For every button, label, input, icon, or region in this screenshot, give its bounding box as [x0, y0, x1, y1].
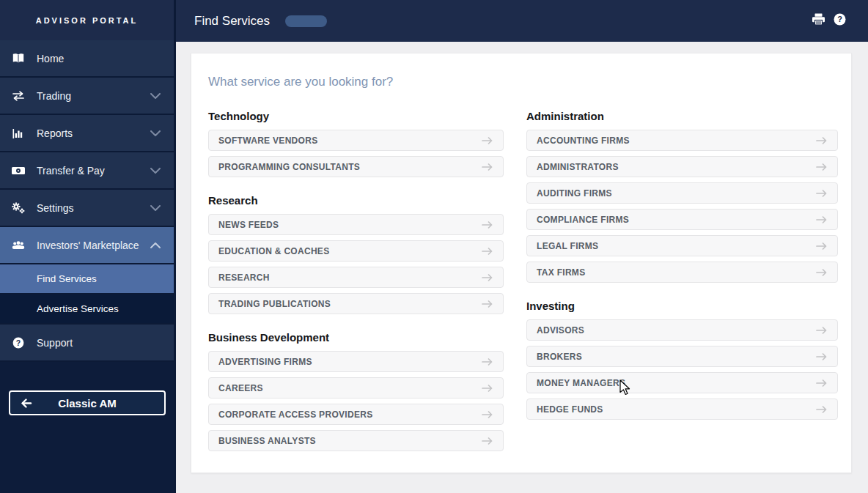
- service-button-label: ADVERTISING FIRMS: [218, 357, 482, 367]
- topbar: Find Services ?: [176, 0, 868, 42]
- service-button-label: ADVISORS: [537, 325, 816, 336]
- printer-icon[interactable]: [812, 13, 825, 29]
- classic-am-label: Classic AM: [58, 397, 116, 409]
- sidebar-item-label: Home: [37, 53, 174, 64]
- service-button[interactable]: CAREERS: [208, 377, 504, 399]
- service-section: InvestingADVISORSBROKERSMONEY MANAGERSHE…: [526, 299, 838, 420]
- arrow-right-icon: [482, 137, 493, 144]
- service-button-label: SOFTWARE VENDORS: [218, 136, 482, 146]
- service-button[interactable]: NEWS FEEDS: [208, 214, 504, 235]
- service-button-label: CORPORATE ACCESS PROVIDERS: [218, 409, 482, 420]
- service-button[interactable]: BUSINESS ANALYSTS: [208, 430, 504, 451]
- chevron-up-icon: [150, 242, 161, 248]
- service-button[interactable]: MONEY MANAGERS: [526, 372, 838, 393]
- chevron-down-icon: [150, 168, 161, 174]
- arrow-right-icon: [816, 353, 828, 360]
- sidebar-item-support[interactable]: ? Support: [0, 325, 174, 362]
- question-icon: ?: [0, 337, 37, 349]
- sidebar-item-label: Transfer & Pay: [37, 165, 150, 177]
- sidebar-subitem-advertise-services[interactable]: Advertise Services: [0, 294, 174, 325]
- service-button[interactable]: HEDGE FUNDS: [526, 399, 838, 420]
- service-category-title: Technology: [208, 109, 504, 124]
- arrow-left-icon: [21, 398, 32, 410]
- sidebar-item-home[interactable]: Home: [0, 40, 174, 78]
- service-button[interactable]: ADVISORS: [526, 319, 838, 341]
- service-button-label: ACCOUNTING FIRMS: [537, 136, 816, 146]
- service-button[interactable]: ADVERTISING FIRMS: [208, 351, 504, 372]
- swap-arrows-icon: [0, 91, 37, 101]
- gears-icon: [0, 202, 37, 214]
- service-button[interactable]: BROKERS: [526, 346, 838, 367]
- service-button[interactable]: EDUCATION & COACHES: [208, 240, 504, 262]
- people-icon: [0, 241, 37, 250]
- service-button-label: EDUCATION & COACHES: [218, 246, 482, 256]
- sidebar-item-label: Settings: [37, 202, 150, 214]
- sidebar-item-investors-marketplace[interactable]: Investors' Marketplace: [0, 227, 174, 264]
- arrow-right-icon: [482, 163, 493, 171]
- service-button[interactable]: SOFTWARE VENDORS: [208, 130, 504, 151]
- sidebar-item-settings[interactable]: Settings: [0, 190, 174, 227]
- book-icon: [0, 53, 37, 64]
- svg-text:?: ?: [16, 338, 21, 346]
- service-button-label: COMPLIANCE FIRMS: [537, 215, 816, 225]
- service-button[interactable]: CORPORATE ACCESS PROVIDERS: [208, 404, 504, 425]
- service-button-label: BUSINESS ANALYSTS: [218, 436, 482, 446]
- service-button[interactable]: RESEARCH: [208, 267, 504, 288]
- service-button[interactable]: TRADING PUBLICATIONS: [208, 293, 504, 314]
- service-button-label: RESEARCH: [218, 273, 482, 283]
- classic-am-button[interactable]: Classic AM: [9, 390, 166, 415]
- arrow-right-icon: [482, 358, 493, 366]
- service-button[interactable]: COMPLIANCE FIRMS: [526, 209, 838, 230]
- banknote-icon: [0, 166, 37, 176]
- content-area: What service are you looking for? Techno…: [176, 42, 868, 493]
- arrow-right-icon: [482, 221, 493, 229]
- arrow-right-icon: [482, 437, 493, 445]
- service-section: TechnologySOFTWARE VENDORSPROGRAMMING CO…: [208, 109, 504, 177]
- sidebar-item-label: Trading: [37, 90, 150, 102]
- sidebar-subitem-label: Advertise Services: [37, 303, 119, 314]
- sidebar-item-label: Support: [37, 337, 174, 349]
- arrow-right-icon: [816, 163, 828, 171]
- service-button-label: TRADING PUBLICATIONS: [218, 299, 482, 309]
- sidebar-subitem-find-services[interactable]: Find Services: [0, 264, 174, 294]
- service-button-label: ADMINISTRATORS: [537, 162, 816, 172]
- services-columns: TechnologySOFTWARE VENDORSPROGRAMMING CO…: [208, 109, 836, 456]
- arrow-right-icon: [482, 274, 493, 281]
- service-button[interactable]: AUDITING FIRMS: [526, 182, 838, 204]
- arrow-right-icon: [816, 190, 828, 197]
- service-button-label: AUDITING FIRMS: [537, 188, 816, 199]
- service-button-label: HEDGE FUNDS: [537, 404, 816, 415]
- brand-title: ADVISOR PORTAL: [0, 0, 174, 40]
- arrow-right-icon: [816, 216, 828, 223]
- sidebar: ADVISOR PORTAL Home Trading Reports Tran…: [0, 0, 176, 493]
- arrow-right-icon: [482, 300, 493, 308]
- help-icon[interactable]: ?: [834, 13, 846, 29]
- find-services-card: What service are you looking for? Techno…: [191, 53, 852, 473]
- service-button[interactable]: PROGRAMMING CONSULTANTS: [208, 156, 504, 177]
- service-button[interactable]: LEGAL FIRMS: [526, 235, 838, 256]
- arrow-right-icon: [816, 269, 828, 276]
- title-badge: [285, 15, 327, 27]
- sidebar-item-reports[interactable]: Reports: [0, 115, 174, 152]
- service-button-label: MONEY MANAGERS: [537, 378, 816, 388]
- service-button[interactable]: ACCOUNTING FIRMS: [526, 130, 838, 151]
- service-button-label: LEGAL FIRMS: [537, 241, 816, 251]
- service-category-title: Business Development: [208, 330, 504, 345]
- services-column-left: TechnologySOFTWARE VENDORSPROGRAMMING CO…: [208, 109, 504, 456]
- sidebar-item-label: Reports: [37, 127, 150, 139]
- arrow-right-icon: [482, 248, 493, 255]
- sidebar-item-transfer-pay[interactable]: Transfer & Pay: [0, 152, 174, 190]
- service-section: Business DevelopmentADVERTISING FIRMSCAR…: [208, 330, 504, 451]
- service-button-label: CAREERS: [218, 383, 482, 393]
- service-category-title: Research: [208, 193, 504, 208]
- chevron-down-icon: [150, 93, 161, 99]
- sidebar-item-trading[interactable]: Trading: [0, 78, 174, 115]
- service-section: AdministrationACCOUNTING FIRMSADMINISTRA…: [526, 109, 838, 283]
- service-button[interactable]: ADMINISTRATORS: [526, 156, 838, 177]
- service-button[interactable]: TAX FIRMS: [526, 262, 838, 283]
- arrow-right-icon: [482, 385, 493, 392]
- bar-chart-icon: [0, 128, 37, 138]
- sidebar-subitem-label: Find Services: [37, 273, 97, 284]
- chevron-down-icon: [150, 205, 161, 211]
- arrow-right-icon: [816, 327, 828, 334]
